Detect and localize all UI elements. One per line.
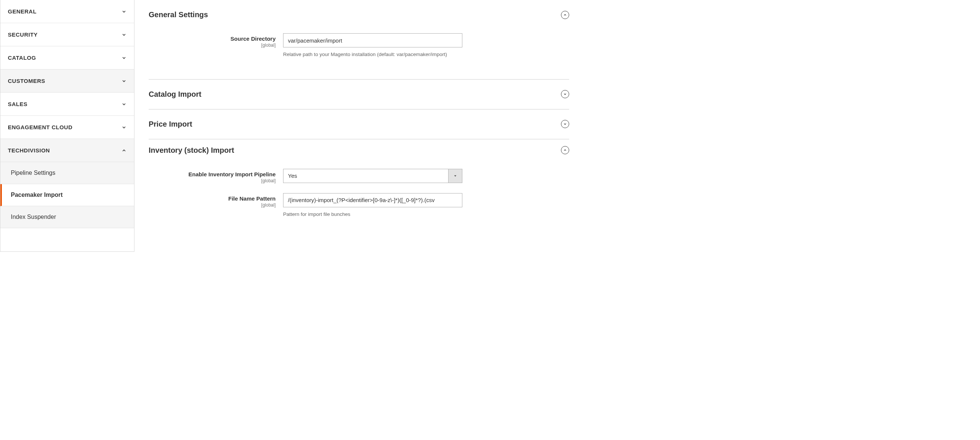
section-header-catalog[interactable]: Catalog Import — [149, 86, 569, 102]
sub-item-label: Pacemaker Import — [11, 191, 63, 198]
nav-item-sales[interactable]: SALES — [0, 92, 134, 116]
section-catalog-import: Catalog Import — [149, 86, 569, 110]
nav-item-catalog[interactable]: CATALOG — [0, 46, 134, 70]
field-file-name-pattern: File Name Pattern [global] Pattern for i… — [149, 193, 569, 218]
section-title: Catalog Import — [149, 90, 201, 99]
chevron-up-icon — [121, 148, 127, 153]
chevron-down-icon — [121, 125, 127, 130]
nav-sub-items: Pipeline Settings Pacemaker Import Index… — [0, 162, 134, 228]
field-hint: Pattern for import file bunches — [283, 211, 462, 218]
svg-marker-0 — [454, 175, 457, 177]
field-hint: Relative path to your Magento installati… — [283, 51, 462, 58]
nav-item-general[interactable]: GENERAL — [0, 0, 134, 23]
expand-icon — [561, 120, 569, 128]
field-scope: [global] — [149, 202, 275, 208]
field-scope: [global] — [149, 43, 275, 48]
sub-item-label: Index Suspender — [11, 214, 56, 220]
nav-label: TECHDIVISION — [8, 147, 50, 153]
sub-item-pacemaker-import[interactable]: Pacemaker Import — [0, 184, 134, 206]
collapse-icon — [561, 11, 569, 19]
section-price-import: Price Import — [149, 116, 569, 139]
chevron-down-icon — [121, 78, 127, 84]
section-header-general[interactable]: General Settings — [149, 10, 569, 19]
sub-item-pipeline-settings[interactable]: Pipeline Settings — [0, 162, 134, 184]
chevron-down-icon — [121, 9, 127, 14]
field-label: Enable Inventory Import Pipeline — [149, 171, 275, 177]
field-enable-inventory: Enable Inventory Import Pipeline [global… — [149, 169, 569, 183]
section-header-inventory[interactable]: Inventory (stock) Import — [149, 146, 569, 155]
section-title: Inventory (stock) Import — [149, 146, 234, 155]
section-header-price[interactable]: Price Import — [149, 116, 569, 132]
expand-icon — [561, 90, 569, 98]
select-dropdown-button[interactable] — [448, 169, 462, 183]
sub-item-label: Pipeline Settings — [11, 170, 55, 176]
sub-item-index-suspender[interactable]: Index Suspender — [0, 206, 134, 228]
field-source-directory: Source Directory [global] Relative path … — [149, 33, 569, 58]
nav-label: GENERAL — [8, 8, 37, 14]
section-title: General Settings — [149, 10, 208, 19]
section-title: Price Import — [149, 120, 192, 129]
nav-item-security[interactable]: SECURITY — [0, 23, 134, 46]
nav-item-techdivision[interactable]: TECHDIVISION — [0, 139, 134, 162]
field-scope: [global] — [149, 178, 275, 183]
nav-label: ENGAGEMENT CLOUD — [8, 124, 72, 130]
nav-label: SECURITY — [8, 31, 38, 38]
nav-item-customers[interactable]: CUSTOMERS — [0, 70, 134, 92]
nav-label: CUSTOMERS — [8, 78, 45, 84]
chevron-down-icon — [121, 55, 127, 61]
section-general-settings: General Settings Source Directory [globa… — [149, 10, 569, 80]
source-directory-input[interactable] — [283, 33, 462, 48]
select-value: Yes — [283, 169, 448, 183]
file-name-pattern-input[interactable] — [283, 193, 462, 207]
field-label: File Name Pattern — [149, 195, 275, 202]
nav-item-engagement-cloud[interactable]: ENGAGEMENT CLOUD — [0, 116, 134, 139]
chevron-down-icon — [121, 102, 127, 107]
collapse-icon — [561, 146, 569, 154]
nav-label: SALES — [8, 101, 28, 107]
section-inventory-import: Inventory (stock) Import Enable Inventor… — [149, 146, 569, 234]
config-main: General Settings Source Directory [globa… — [134, 0, 573, 252]
chevron-down-icon — [121, 32, 127, 37]
config-sidebar: GENERAL SECURITY CATALOG CUSTOMERS SALES — [0, 0, 134, 252]
field-label: Source Directory — [149, 35, 275, 42]
nav-label: CATALOG — [8, 54, 36, 61]
enable-inventory-select[interactable]: Yes — [283, 169, 462, 183]
